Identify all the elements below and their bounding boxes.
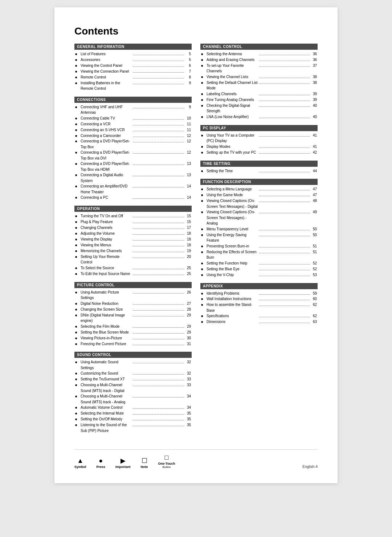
note-icon: ☐Note	[141, 457, 148, 469]
toc-dots	[259, 270, 310, 270]
bullet-icon: ■	[201, 58, 205, 63]
toc-entry-text: Setting the Default Channel List Mode	[207, 80, 258, 91]
toc-entry-text: Choosing a Multi-Channel Sound (MTS) tra…	[81, 382, 132, 393]
toc-entry-text: To Select the Source	[81, 265, 132, 271]
toc-dots	[259, 323, 310, 323]
list-item: ■Viewing the Channel Lists38	[200, 74, 318, 80]
toc-dots	[133, 310, 184, 311]
list-item: ■Fine Tuning Analog Channels39	[200, 97, 318, 103]
list-item: ■Setting the Default Channel List Mode38	[200, 80, 318, 91]
list-item: ■Setting the On/Off Melody35	[74, 416, 192, 422]
toc-entry-text: Selecting the Internal Mute	[81, 411, 132, 416]
toc-dots	[259, 300, 310, 300]
toc-dots	[133, 426, 184, 426]
bullet-icon: ■	[75, 302, 79, 307]
toc-dots	[259, 196, 310, 196]
toc-dots	[133, 165, 184, 165]
toc-page-number: 9	[185, 80, 191, 86]
bullet-icon: ■	[75, 64, 79, 69]
toc-dots	[133, 55, 184, 55]
toc-entry-text: Using Automatic Sound Settings	[81, 359, 132, 371]
toc-list-sound-control: ■Using Automatic Sound Settings32■Custom…	[74, 359, 192, 433]
list-item: ■Choosing a Multi-Channel Sound (MTS) tr…	[74, 393, 192, 405]
toc-dots	[259, 264, 310, 265]
toc-dots	[259, 253, 310, 253]
toc-page-number: 62	[311, 302, 317, 308]
toc-page-number: 14	[185, 195, 191, 201]
bullet-icon: ■	[75, 226, 79, 231]
toc-entry-text: Using the Game Mode	[207, 192, 258, 198]
toc-dots	[259, 78, 310, 78]
toc-page-number: 37	[311, 63, 317, 69]
bullet-icon: ■	[75, 134, 79, 139]
bullet-icon: ■	[201, 273, 205, 278]
list-item: ■Using Automatic Sound Settings32	[74, 359, 192, 371]
toc-entry-text: List of Features	[81, 51, 132, 57]
list-item: ■Connecting VHF and UHF Antennas9	[74, 104, 192, 116]
list-item: ■Dimensions63	[200, 319, 318, 325]
bullet-icon: ■	[75, 383, 79, 388]
bullet-icon: ■	[201, 227, 205, 232]
bullet-icon: ■	[75, 116, 79, 121]
toc-dots	[133, 246, 184, 246]
toc-page-number: 42	[311, 150, 317, 156]
bullet-icon: ■	[201, 52, 205, 57]
toc-entry-text: Labeling Channels	[207, 91, 258, 97]
toc-dots	[133, 420, 184, 420]
bullet-icon: ■	[75, 75, 79, 80]
bullet-icon: ■	[201, 261, 205, 266]
bullet-icon: ■	[201, 267, 205, 272]
bullet-icon: ■	[75, 313, 79, 318]
bullet-icon: ■	[201, 75, 205, 80]
toc-entry-text: Using the V-Chip	[207, 272, 258, 278]
toc-entry-text: DNIe (Digital Natural Image engine)	[81, 312, 132, 324]
bullet-icon: ■	[75, 231, 79, 237]
two-column-layout: GENERAL INFORMATION■List of Features5■Ac…	[74, 44, 318, 439]
toc-entry-text: Setting the Function Help	[207, 261, 258, 266]
toc-entry-text: Digital Noise Reduction	[81, 301, 132, 307]
bullet-icon: ■	[75, 411, 79, 416]
list-item: ■Viewing the Menus18	[74, 242, 192, 248]
toc-entry-text: Selecting a Menu Language	[207, 186, 258, 192]
list-item: ■Connecting an S-VHS VCR11	[74, 127, 192, 133]
toc-dots	[133, 275, 184, 275]
toc-entry-text: Installing Batteries in the Remote Contr…	[81, 80, 132, 92]
list-item: ■Viewing Closed Captions (On-Screen Text…	[200, 198, 318, 209]
toc-entry-text: Display Modes	[207, 144, 258, 150]
list-item: ■LNA (Low Noise Amplifier)40	[200, 114, 318, 120]
toc-entry-text: Fine Tuning Analog Channels	[207, 97, 258, 103]
bullet-icon: ■	[201, 104, 205, 109]
bullet-icon: ■	[201, 150, 205, 156]
toc-dots	[133, 327, 184, 328]
bullet-icon: ■	[75, 69, 79, 74]
toc-entry-text: Using the Energy Saving Feature	[207, 232, 258, 243]
toc-list-connections: ■Connecting VHF and UHF Antennas9■Connec…	[74, 104, 192, 201]
list-item: ■To set-up Your Favorite Channels37	[200, 63, 318, 74]
toc-page-number: 59	[311, 291, 317, 296]
press-icon-symbol: ●	[99, 457, 103, 464]
bullet-icon: ■	[75, 105, 79, 110]
toc-entry-text: Automatic Volume Control	[81, 405, 132, 411]
bullet-icon: ■	[201, 98, 205, 103]
toc-dots	[133, 240, 184, 241]
toc-page-number: 9	[185, 104, 191, 110]
toc-entry-text: Preventing Screen Burn-in	[207, 243, 258, 249]
toc-page-number: 40	[311, 103, 317, 109]
bullet-icon: ■	[75, 237, 79, 242]
toc-page-number: 35	[185, 411, 191, 416]
toc-entry-text: Identifying Problems	[207, 291, 258, 296]
note-icon-label: Note	[141, 465, 148, 469]
toc-dots	[133, 258, 184, 258]
symbol-icon: ▲Symbol	[74, 457, 86, 469]
list-item: ■Connecting a DVD Player/Set-Top Box12	[74, 138, 192, 150]
toc-dots	[259, 294, 310, 295]
toc-entry-text: Viewing the Display	[81, 237, 132, 242]
list-item: ■Connecting an Amplifier/DVD Home Theate…	[74, 183, 192, 195]
bullet-icon: ■	[75, 214, 79, 219]
toc-entry-text: How to assemble the Stand-Base	[207, 302, 258, 313]
toc-entry-text: Using Your TV as a Computer (PC) Display	[207, 133, 258, 144]
toc-dots	[133, 78, 184, 78]
toc-page-number: 29	[185, 324, 191, 330]
section-header-general-information: GENERAL INFORMATION	[74, 44, 192, 50]
toc-dots	[259, 317, 310, 317]
